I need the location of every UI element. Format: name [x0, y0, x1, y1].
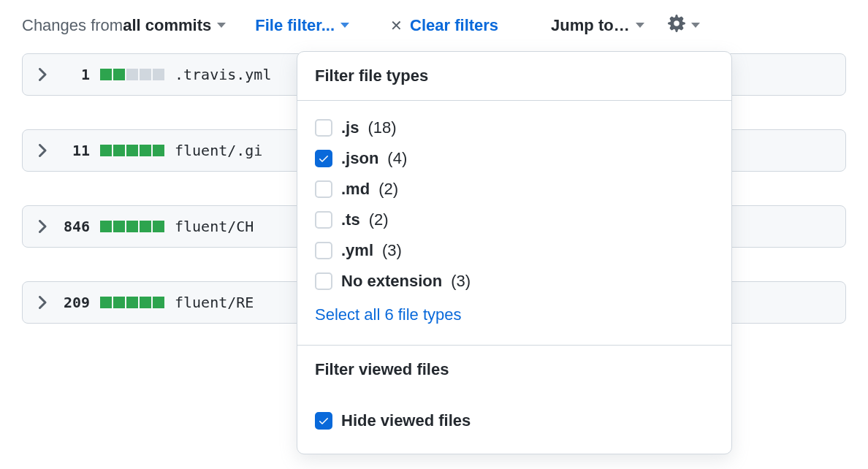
chevron-right-icon[interactable] [37, 220, 49, 233]
file-type-count: (18) [368, 118, 396, 137]
changes-from-dropdown[interactable]: Changes from all commits [22, 16, 226, 35]
checkbox-icon [315, 272, 332, 290]
gear-icon [668, 15, 685, 36]
diff-stat-squares [100, 221, 164, 232]
file-type-option[interactable]: .yml (3) [315, 235, 714, 266]
changes-prefix: Changes from [22, 16, 123, 35]
diff-stat-squares [100, 297, 164, 308]
file-type-option[interactable]: .ts (2) [315, 205, 714, 235]
file-type-ext: No extension [341, 272, 442, 291]
file-filter-dropdown[interactable]: File filter... [255, 16, 349, 35]
diff-count: 11 [59, 142, 90, 159]
file-type-ext: .js [341, 118, 359, 137]
diff-stat-squares [100, 69, 164, 80]
file-type-count: (2) [378, 180, 398, 199]
jump-to-label: Jump to… [551, 16, 630, 35]
file-type-option[interactable]: .js (18) [315, 113, 714, 143]
checkbox-icon [315, 242, 332, 259]
jump-to-dropdown[interactable]: Jump to… [551, 16, 644, 35]
filter-viewed-heading: Filter viewed files [297, 346, 731, 394]
filter-types-heading: Filter file types [297, 52, 731, 101]
file-types-list: .js (18).json (4).md (2).ts (2).yml (3)N… [297, 101, 731, 345]
diff-count: 209 [59, 294, 90, 311]
diff-count: 1 [59, 66, 90, 83]
checkbox-icon [315, 180, 332, 198]
chevron-right-icon[interactable] [37, 144, 49, 157]
checkbox-icon [315, 119, 332, 137]
diff-toolbar: Changes from all commits File filter... … [0, 0, 868, 53]
chevron-right-icon[interactable] [37, 68, 49, 81]
file-type-option[interactable]: .json (4) [315, 143, 714, 174]
diff-settings-button[interactable] [668, 15, 700, 36]
caret-down-icon [636, 23, 644, 28]
file-type-option[interactable]: .md (2) [315, 174, 714, 205]
caret-down-icon [340, 23, 349, 28]
file-type-count: (3) [382, 241, 402, 260]
file-name[interactable]: fluent/.gi [175, 142, 262, 159]
checkbox-checked-icon [315, 150, 332, 167]
file-type-ext: .md [341, 180, 370, 199]
select-all-file-types-link[interactable]: Select all 6 file types [315, 297, 714, 339]
file-type-ext: .yml [341, 241, 373, 260]
file-type-ext: .ts [341, 210, 360, 229]
changes-value: all commits [123, 16, 211, 35]
chevron-right-icon[interactable] [37, 296, 49, 309]
x-icon: ✕ [390, 17, 403, 34]
file-name[interactable]: fluent/CH [175, 218, 254, 235]
file-type-ext: .json [341, 149, 378, 168]
file-type-count: (3) [451, 272, 471, 291]
file-type-count: (4) [387, 149, 407, 168]
diff-stat-squares [100, 145, 164, 156]
checkbox-icon [315, 211, 332, 229]
caret-down-icon [217, 23, 226, 28]
file-name[interactable]: .travis.yml [175, 66, 271, 83]
file-name[interactable]: fluent/RE [175, 294, 254, 311]
hide-viewed-label: Hide viewed files [341, 411, 471, 430]
clear-filters-label: Clear filters [410, 16, 498, 35]
hide-viewed-files-toggle[interactable]: Hide viewed files [315, 405, 714, 436]
file-filter-panel: Filter file types .js (18).json (4).md (… [297, 51, 732, 454]
caret-down-icon [691, 23, 700, 28]
checkbox-checked-icon [315, 412, 332, 430]
diff-count: 846 [59, 218, 90, 235]
file-type-option[interactable]: No extension (3) [315, 266, 714, 297]
file-type-count: (2) [369, 210, 389, 229]
clear-filters-button[interactable]: ✕ Clear filters [390, 16, 498, 35]
file-filter-label: File filter... [255, 16, 335, 35]
